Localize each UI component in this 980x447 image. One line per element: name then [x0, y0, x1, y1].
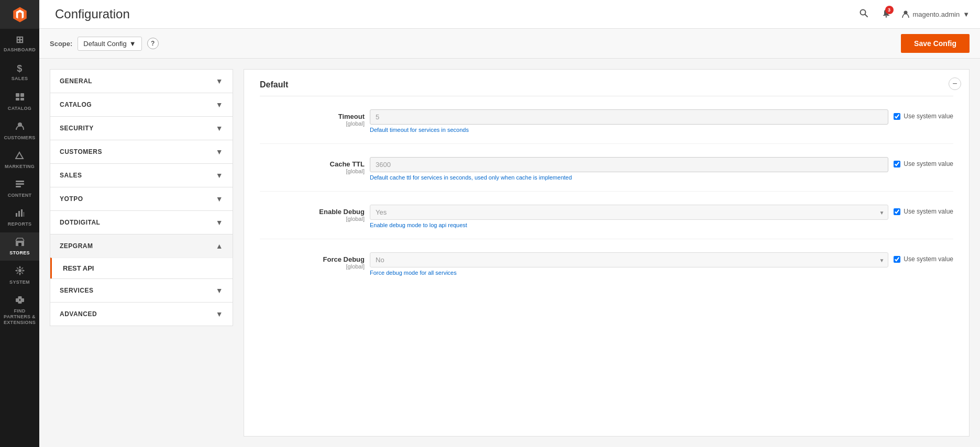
svg-rect-15: [18, 243, 21, 246]
search-button[interactable]: [856, 6, 871, 23]
user-chevron-icon: ▼: [963, 10, 970, 18]
nav-sub-item-rest-api[interactable]: REST API: [50, 258, 233, 278]
sidebar-item-system[interactable]: SYSTEM: [0, 261, 39, 290]
cache-ttl-system-checkbox[interactable]: [894, 161, 900, 167]
search-icon: [859, 8, 868, 18]
enable-debug-system-checkbox[interactable]: [894, 208, 900, 215]
nav-section-header-zepgram[interactable]: ZEPGRAM ▲: [50, 234, 233, 258]
nav-section-zepgram: ZEPGRAM ▲ REST API: [50, 234, 233, 279]
sidebar-item-customers-label: CUSTOMERS: [4, 135, 35, 141]
nav-section-security-label: SECURITY: [60, 125, 94, 132]
svg-rect-10: [16, 213, 17, 217]
nav-section-header-customers[interactable]: CUSTOMERS ▼: [50, 140, 233, 163]
nav-section-header-advanced[interactable]: ADVANCED ▼: [50, 303, 233, 326]
nav-section-header-services[interactable]: SERVICES ▼: [50, 279, 233, 302]
panel-title: Default: [260, 80, 953, 96]
nav-section-zepgram-label: ZEPGRAM: [60, 242, 93, 250]
main-content: Configuration 3 magento.: [39, 0, 980, 447]
customers-icon: [15, 121, 25, 133]
stores-icon: [15, 238, 25, 249]
system-icon: [15, 266, 25, 278]
enable-debug-label-section: Enable Debug [global]: [260, 205, 365, 222]
nav-section-header-general[interactable]: GENERAL ▼: [50, 70, 233, 93]
nav-section-header-sales[interactable]: SALES ▼: [50, 164, 233, 187]
notifications-button[interactable]: 3: [879, 6, 894, 23]
sidebar-item-reports-label: REPORTS: [8, 221, 32, 227]
force-debug-select[interactable]: No Yes: [370, 252, 888, 267]
field-group-cache-ttl: Cache TTL [global] Default cache ttl for…: [260, 157, 953, 192]
timeout-input[interactable]: [370, 109, 888, 125]
nav-section-header-yotpo[interactable]: YOTPO ▼: [50, 187, 233, 210]
services-chevron-icon: ▼: [216, 286, 223, 295]
sidebar-item-dashboard[interactable]: ⊞ DASHBOARD: [0, 29, 39, 58]
sidebar-item-marketing[interactable]: MARKETING: [0, 146, 39, 175]
collapse-panel-button[interactable]: −: [949, 77, 961, 90]
extensions-icon: [15, 296, 25, 307]
zepgram-chevron-icon: ▲: [216, 242, 223, 250]
timeout-system-label: Use system value: [904, 113, 953, 120]
sidebar-item-customers[interactable]: CUSTOMERS: [0, 116, 39, 146]
nav-section-advanced: ADVANCED ▼: [50, 303, 233, 326]
sidebar-item-stores[interactable]: STORES: [0, 232, 39, 261]
save-config-button[interactable]: Save Config: [901, 34, 970, 53]
nav-section-security: SECURITY ▼: [50, 117, 233, 140]
svg-rect-19: [18, 296, 21, 299]
enable-debug-select[interactable]: Yes No: [370, 205, 888, 220]
scope-chevron-icon: ▼: [129, 40, 136, 48]
cache-ttl-label: Cache TTL: [260, 160, 365, 168]
yotpo-chevron-icon: ▼: [216, 195, 223, 203]
timeout-label-section: Timeout [global]: [260, 109, 365, 127]
timeout-input-section: Default timeout for services in seconds: [370, 109, 888, 133]
nav-section-header-dotdigital[interactable]: DOTDIGITAL ▼: [50, 211, 233, 234]
sidebar-item-catalog[interactable]: CATALOG: [0, 87, 39, 117]
toolbar: Scope: Default Config ▼ ? Save Config: [39, 29, 980, 59]
sidebar-item-marketing-label: MARKETING: [5, 164, 35, 170]
nav-section-yotpo-label: YOTPO: [60, 195, 83, 203]
nav-section-header-catalog[interactable]: CATALOG ▼: [50, 93, 233, 116]
sidebar-item-catalog-label: CATALOG: [8, 106, 31, 111]
nav-section-catalog-label: CATALOG: [60, 101, 92, 108]
help-button[interactable]: ?: [147, 38, 159, 49]
timeout-help-text: Default timeout for services in seconds: [370, 127, 888, 133]
cache-ttl-scope: [global]: [260, 168, 365, 174]
timeout-system-checkbox[interactable]: [894, 113, 900, 120]
sidebar-item-sales[interactable]: $ SALES: [0, 58, 39, 87]
header-right: 3 magento.admin ▼: [856, 6, 970, 23]
sidebar: ⊞ DASHBOARD $ SALES CATALOG CUSTOMERS: [0, 0, 39, 447]
sidebar-item-dashboard-label: DASHBOARD: [4, 47, 36, 53]
field-group-timeout: Timeout [global] Default timeout for ser…: [260, 109, 953, 144]
sales-icon: $: [17, 63, 22, 74]
cache-ttl-system-value: Use system value: [894, 157, 953, 167]
cache-ttl-help-text: Default cache ttl for services in second…: [370, 174, 888, 181]
top-header: Configuration 3 magento.: [39, 0, 980, 29]
sidebar-logo: [0, 0, 39, 29]
cache-ttl-input[interactable]: [370, 157, 888, 172]
svg-point-16: [18, 269, 21, 272]
enable-debug-scope: [global]: [260, 216, 365, 222]
content-area: GENERAL ▼ CATALOG ▼ SECURITY ▼: [39, 59, 980, 447]
dashboard-icon: ⊞: [16, 34, 24, 46]
user-menu-button[interactable]: magento.admin ▼: [901, 10, 970, 18]
nav-section-customers-label: CUSTOMERS: [60, 148, 102, 155]
sidebar-item-content[interactable]: CONTENT: [0, 175, 39, 204]
page-title: Configuration: [50, 7, 130, 21]
svg-rect-1: [20, 93, 24, 97]
sidebar-item-reports[interactable]: REPORTS: [0, 204, 39, 232]
force-debug-system-value: Use system value: [894, 252, 953, 263]
advanced-chevron-icon: ▼: [216, 310, 223, 318]
force-debug-input-section: No Yes Force debug mode for all services: [370, 252, 888, 276]
force-debug-system-checkbox[interactable]: [894, 256, 900, 263]
cache-ttl-label-section: Cache TTL [global]: [260, 157, 365, 174]
rest-api-label: REST API: [63, 264, 94, 272]
scope-select[interactable]: Default Config ▼: [78, 37, 141, 51]
content-icon: [15, 180, 25, 191]
user-name: magento.admin: [913, 10, 960, 18]
sidebar-item-extensions[interactable]: FIND PARTNERS & EXTENSIONS: [0, 290, 39, 330]
enable-debug-help-text: Enable debug mode to log api request: [370, 222, 888, 228]
svg-rect-8: [16, 183, 24, 185]
nav-section-yotpo: YOTPO ▼: [50, 187, 233, 211]
nav-section-header-security[interactable]: SECURITY ▼: [50, 117, 233, 140]
scope-label: Scope:: [50, 40, 72, 48]
sidebar-item-sales-label: SALES: [12, 76, 28, 82]
scope-value: Default Config: [83, 40, 126, 48]
